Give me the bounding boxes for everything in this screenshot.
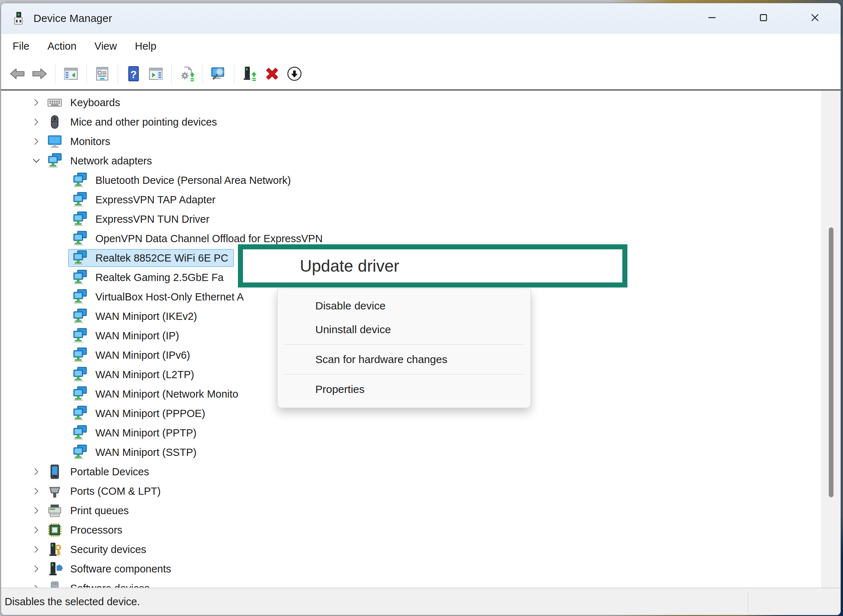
tree-item-label: Software devices bbox=[70, 582, 150, 588]
tree-item[interactable]: Keyboards bbox=[1, 93, 822, 112]
chevron-right-icon[interactable] bbox=[32, 137, 41, 146]
scan-hardware-changes-button[interactable] bbox=[207, 63, 230, 85]
uninstall-device-button[interactable] bbox=[261, 63, 283, 85]
network-adapter-icon bbox=[72, 425, 88, 441]
menu-view[interactable]: View bbox=[94, 40, 117, 52]
tree-item-label: Security devices bbox=[70, 544, 146, 556]
show-console-tree-button[interactable] bbox=[60, 63, 82, 85]
tree-item[interactable]: Portable Devices bbox=[1, 462, 822, 481]
titlebar: Device Manager bbox=[1, 3, 840, 34]
tree-item[interactable]: Software components bbox=[1, 559, 822, 579]
close-button[interactable] bbox=[789, 3, 840, 34]
tree-item-label: Realtek Gaming 2.5GbE Fa bbox=[95, 272, 223, 283]
menu-action[interactable]: Action bbox=[47, 40, 77, 52]
menubar: FileActionViewHelp bbox=[1, 34, 840, 58]
maximize-button[interactable] bbox=[737, 3, 789, 34]
action-pane-icon bbox=[148, 66, 164, 82]
context-menu-item[interactable]: Scan for hardware changes bbox=[278, 348, 530, 371]
forward-icon bbox=[31, 66, 48, 82]
back-button[interactable] bbox=[6, 63, 28, 85]
tree-item-label: VirtualBox Host-Only Ethernet A bbox=[95, 291, 244, 303]
help-button[interactable]: ? bbox=[122, 63, 145, 85]
selected-row-highlight: Realtek 8852CE WiFi 6E PC bbox=[68, 249, 234, 267]
properties-icon bbox=[94, 66, 110, 82]
tree-item[interactable]: Print queues bbox=[1, 501, 822, 520]
chevron-right-icon[interactable] bbox=[32, 487, 41, 496]
statusbar: Disables the selected device. bbox=[1, 588, 840, 615]
tree-item[interactable]: Monitors bbox=[1, 132, 822, 151]
tree-item-label: WAN Miniport (L2TP) bbox=[95, 369, 194, 381]
tree-item-label: Mice and other pointing devices bbox=[70, 116, 217, 128]
tree-item-label: Processors bbox=[70, 524, 122, 536]
tree-item[interactable]: ExpressVPN TAP Adapter bbox=[1, 190, 822, 210]
tree-item-label: Bluetooth Device (Personal Area Network) bbox=[95, 175, 291, 186]
tree-item-label: ExpressVPN TUN Driver bbox=[95, 213, 210, 225]
tree-item[interactable]: Security devices bbox=[1, 540, 822, 559]
tree-item-label: Portable Devices bbox=[70, 466, 149, 478]
menu-help[interactable]: Help bbox=[135, 40, 157, 52]
context-menu: Disable deviceUninstall deviceScan for h… bbox=[277, 289, 531, 408]
forward-button[interactable] bbox=[28, 63, 51, 85]
chevron-right-icon[interactable] bbox=[32, 118, 41, 126]
tree-item-label: WAN Miniport (IP) bbox=[95, 330, 179, 342]
chevron-right-icon[interactable] bbox=[32, 565, 41, 573]
tree-item[interactable]: WAN Miniport (PPTP) bbox=[1, 423, 822, 443]
tree-item[interactable]: Network adapters bbox=[1, 151, 822, 170]
mouse-icon bbox=[46, 114, 63, 130]
chevron-right-icon[interactable] bbox=[32, 526, 41, 534]
network-adapter-icon bbox=[72, 289, 88, 305]
ports-icon bbox=[46, 483, 63, 499]
chevron-right-icon[interactable] bbox=[32, 584, 41, 588]
tree-item[interactable]: ExpressVPN TUN Driver bbox=[1, 210, 822, 229]
chevron-right-icon[interactable] bbox=[32, 545, 41, 554]
tree-item-label: Keyboards bbox=[70, 97, 120, 109]
device-manager-app-icon bbox=[11, 11, 26, 26]
context-menu-item-update-driver[interactable]: Update driver bbox=[300, 256, 399, 276]
scrollbar-thumb[interactable] bbox=[829, 227, 834, 497]
chevron-down-icon[interactable] bbox=[32, 157, 41, 165]
context-menu-item[interactable]: Properties bbox=[278, 377, 530, 401]
tree-item-label: Network adapters bbox=[70, 155, 152, 167]
device-update-button[interactable] bbox=[239, 63, 261, 85]
network-adapter-icon bbox=[72, 230, 88, 247]
tree-item-label: WAN Miniport (IPv6) bbox=[95, 349, 190, 361]
tree-item-label: WAN Miniport (IKEv2) bbox=[95, 311, 197, 323]
close-icon bbox=[809, 12, 821, 25]
maximize-icon bbox=[757, 12, 770, 25]
tree-item-label: WAN Miniport (Network Monito bbox=[95, 388, 238, 400]
tree-item[interactable]: WAN Miniport (SSTP) bbox=[1, 443, 822, 462]
disable-device-icon bbox=[286, 66, 303, 82]
menu-file[interactable]: File bbox=[13, 40, 29, 52]
network-adapter-icon bbox=[72, 211, 88, 227]
chevron-right-icon[interactable] bbox=[32, 467, 41, 476]
tree-item[interactable]: Mice and other pointing devices bbox=[1, 112, 822, 132]
tree-item-label: WAN Miniport (PPTP) bbox=[95, 427, 197, 439]
network-adapter-icon bbox=[72, 366, 88, 383]
tree-item[interactable]: Bluetooth Device (Personal Area Network) bbox=[1, 170, 822, 190]
tree-item[interactable]: Ports (COM & LPT) bbox=[1, 481, 822, 501]
context-menu-separator bbox=[284, 344, 524, 345]
minimize-button[interactable] bbox=[686, 3, 737, 34]
chevron-right-icon[interactable] bbox=[32, 506, 41, 515]
window-controls bbox=[686, 3, 840, 34]
network-adapter-icon bbox=[46, 153, 63, 169]
tree-item[interactable]: Software devices bbox=[1, 579, 822, 588]
network-adapter-icon bbox=[72, 250, 88, 266]
chevron-right-icon[interactable] bbox=[32, 98, 41, 107]
keyboard-icon bbox=[46, 94, 63, 111]
properties-button[interactable] bbox=[91, 63, 113, 85]
tree-item-label: Ports (COM & LPT) bbox=[70, 485, 160, 497]
update-driver-button[interactable] bbox=[176, 63, 198, 85]
monitor-icon bbox=[46, 133, 63, 150]
security-device-icon bbox=[46, 541, 63, 558]
portable-device-icon bbox=[46, 463, 63, 480]
toolbar: ? bbox=[1, 58, 840, 91]
context-menu-item[interactable]: Uninstall device bbox=[278, 318, 530, 342]
action-pane-button[interactable] bbox=[145, 63, 167, 85]
scrollbar[interactable] bbox=[821, 91, 840, 588]
annotation-box: Update driver bbox=[238, 244, 627, 287]
tree-item[interactable]: Processors bbox=[1, 520, 822, 540]
disable-device-button[interactable] bbox=[283, 63, 305, 85]
context-menu-item[interactable]: Disable device bbox=[278, 294, 530, 318]
toolbar-separator bbox=[87, 64, 87, 84]
